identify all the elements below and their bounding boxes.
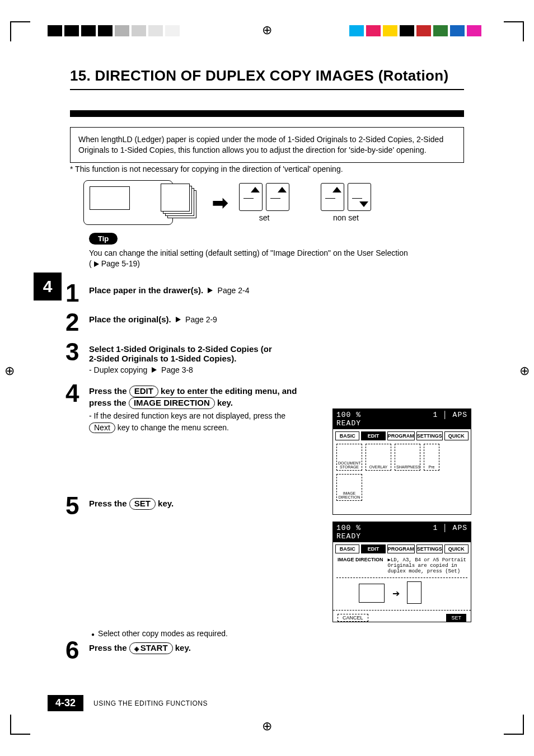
pre-icon: Pre — [424, 444, 439, 471]
xref-arrow-icon — [208, 288, 213, 293]
step-1: 1 Place paper in the drawer(s). Page 2-4 — [70, 282, 464, 304]
xref-arrow-icon — [94, 261, 99, 267]
lcd-icon-row: DOCUMENT STORAGE OVERLAY SHARPNESS Pre — [336, 444, 467, 471]
step1-heading: Place paper in the drawer(s). — [89, 285, 203, 295]
chapter-tab: 4 — [34, 273, 62, 300]
step3-heading-b: 2-Sided Originals to 1-Sided Copies). — [89, 354, 464, 363]
next-key: Next — [89, 422, 115, 434]
step-6: 6 Press the START key. — [70, 639, 464, 661]
xref-arrow-icon — [176, 317, 181, 322]
nonset-label: non set — [333, 213, 359, 222]
color-bars-icon — [349, 25, 484, 36]
step5-heading: Press the SET key. — [89, 499, 174, 508]
tab-settings: SETTINGS — [416, 431, 443, 440]
page-title: 15. DIRECTION OF DUPLEX COPY IMAGES (Rot… — [70, 67, 464, 90]
sharpness-icon: SHARPNESS — [395, 444, 420, 471]
greyscale-bars-icon — [48, 25, 182, 36]
divider-thick — [70, 110, 464, 117]
lcd-msg-row: IMAGE DIRECTION ▶LD, A3, B4 or A5 Portra… — [333, 555, 471, 576]
step4-line2: press the IMAGE DIRECTION key. — [89, 397, 307, 409]
set-label: set — [259, 213, 270, 222]
side-register-icon: ⊕ — [4, 364, 15, 378]
step-3: 3 Select 1-Sided Originals to 2-Sided Co… — [70, 341, 464, 374]
manual-page: ⊕ ⊕ ⊕ ⊕ 15. DIRECTION OF DUPLEX COPY IMA… — [0, 0, 534, 756]
tab-basic: BASIC — [335, 544, 359, 553]
center-register-icon: ⊕ — [262, 23, 272, 37]
step-number: 4 — [65, 382, 85, 405]
crop-mark-icon — [504, 715, 524, 735]
lcd-header: 100 % 1 │ APS READY — [333, 409, 471, 429]
footer-section-title: USING THE EDITING FUNCTIONS — [93, 699, 208, 707]
edit-key: EDIT — [129, 386, 158, 397]
tip-body: You can change the initial setting (defa… — [89, 248, 408, 257]
step-2: 2 Place the original(s). Page 2-9 — [70, 311, 464, 334]
step6-heading: Press the START key. — [89, 643, 191, 652]
doc-storage-icon: DOCUMENT STORAGE — [336, 444, 362, 471]
duplex-diagram: ➡ set non set — [83, 180, 464, 225]
page-footer: 4-32 USING THE EDITING FUNCTIONS — [48, 695, 486, 711]
tip-text: You can change the initial setting (defa… — [89, 248, 464, 270]
cancel-button: CANCEL — [338, 614, 368, 622]
tab-quick: QUICK — [444, 431, 469, 440]
step3-sub: - Duplex copying Page 3-8 — [89, 365, 464, 374]
lcd-header: 100 % 1 │ APS READY — [333, 522, 471, 542]
intro-box: When lengthLD (Ledger) paper is copied u… — [70, 127, 464, 163]
tab-basic: BASIC — [335, 431, 359, 440]
tab-quick: QUICK — [444, 544, 469, 553]
step3-sub-xref: Page 3-8 — [161, 365, 193, 374]
lcd-bottom-buttons: CANCEL SET — [333, 610, 471, 625]
step4-line1: Press the EDIT key to enter the editing … — [89, 386, 307, 397]
step-number: 2 — [65, 311, 85, 334]
step2-xref: Page 2-9 — [185, 315, 217, 324]
image-direction-icon: IMAGE DIRECTION — [336, 474, 362, 501]
crop-mark-icon — [10, 715, 30, 735]
tab-settings: SETTINGS — [416, 544, 443, 553]
intro-note: * This function is not necessary for cop… — [70, 165, 464, 173]
lcd-tab-row: BASIC EDIT PROGRAM SETTINGS QUICK — [335, 431, 469, 440]
lcd-message: ▶LD, A3, B4 or A5 Portrait Originals are… — [388, 557, 466, 574]
crop-mark-icon — [504, 21, 524, 41]
step-number: 3 — [65, 341, 85, 363]
scanner-icon — [83, 180, 173, 225]
registration-row: ⊕ — [0, 25, 534, 39]
step4-sub: - If the desired function keys are not d… — [89, 411, 307, 420]
set-key: SET — [129, 498, 156, 510]
tip-xref: Page 5-19 — [101, 259, 138, 268]
set-button: SET — [446, 614, 466, 622]
tab-program: PROGRAM — [387, 544, 415, 553]
step4-sub2: Next key to change the menu screen. — [89, 422, 307, 434]
lcd-label: IMAGE DIRECTION — [338, 557, 383, 574]
lcd-screen-edit-menu: 100 % 1 │ APS READY BASIC EDIT PROGRAM S… — [332, 408, 471, 515]
bottom-register-icon: ⊕ — [262, 719, 272, 734]
tab-program: PROGRAM — [387, 431, 415, 440]
result-nonset: non set — [321, 183, 371, 222]
tab-edit: EDIT — [361, 544, 385, 553]
tip-badge: Tip — [89, 233, 118, 245]
crop-mark-icon — [10, 21, 30, 41]
start-key: START — [129, 642, 173, 654]
step-number: 6 — [65, 639, 85, 661]
step-number: 5 — [65, 495, 85, 517]
result-set: set — [239, 183, 289, 222]
step-number: 1 — [65, 282, 85, 304]
image-direction-key: IMAGE DIRECTION — [129, 397, 215, 409]
paper-stack-icon — [162, 184, 201, 222]
step2-heading: Place the original(s). — [89, 314, 171, 324]
select-other-modes-note: Select other copy modes as required. — [91, 629, 464, 638]
step1-xref: Page 2-4 — [218, 286, 250, 295]
lcd-icon-row2: IMAGE DIRECTION — [336, 474, 467, 501]
step3-heading-a: Select 1-Sided Originals to 2-Sided Copi… — [89, 344, 464, 354]
xref-arrow-icon — [152, 367, 157, 373]
lcd-screen-image-direction: 100 % 1 │ APS READY BASIC EDIT PROGRAM S… — [332, 522, 471, 622]
tab-edit: EDIT — [361, 431, 385, 440]
lcd-tab-row: BASIC EDIT PROGRAM SETTINGS QUICK — [335, 544, 469, 553]
overlay-icon: OVERLAY — [366, 444, 391, 471]
page-number-badge: 4-32 — [48, 695, 83, 711]
arrow-right-icon: ➡ — [212, 191, 228, 214]
lcd-illustration-icon: ➔ — [336, 577, 467, 608]
side-register-icon: ⊕ — [519, 364, 530, 378]
